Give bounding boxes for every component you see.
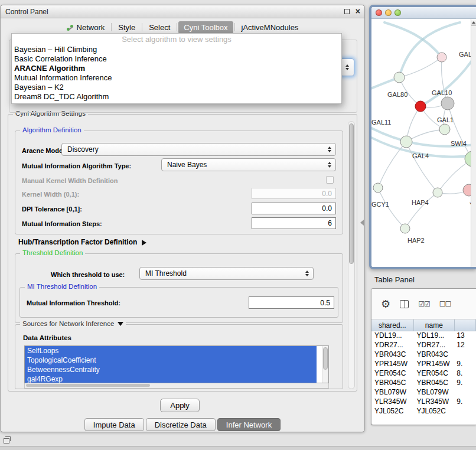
- node-label: HAP2: [407, 237, 425, 244]
- which-threshold-combobox[interactable]: MI Threshold: [139, 267, 314, 280]
- dpi-tolerance-input[interactable]: 0.0: [252, 203, 336, 214]
- bottom-tab-infer-network[interactable]: Infer Network: [217, 418, 281, 431]
- table-row[interactable]: YLR345WYLR345W9.: [371, 397, 476, 407]
- scrollbar-thumb[interactable]: [323, 347, 328, 370]
- scrollbar-thumb[interactable]: [26, 384, 150, 387]
- algorithm-combobox-stepper[interactable]: [340, 58, 354, 76]
- close-icon[interactable]: ×: [356, 6, 360, 17]
- network-node[interactable]: [441, 97, 454, 110]
- network-vertical-scrollbar[interactable]: [471, 19, 476, 267]
- network-node[interactable]: [433, 188, 442, 197]
- network-view-window: GAL7GAL80GAL10GAL11GAL1SWI4GAL4GCY1HAP4Y…: [369, 5, 476, 269]
- tab-jactivemnodules[interactable]: jActiveMNodules: [236, 21, 304, 34]
- attributes-vertical-scrollbar[interactable]: [322, 346, 328, 383]
- column-header[interactable]: [455, 319, 476, 331]
- attributes-horizontal-scrollbar[interactable]: [24, 383, 329, 389]
- table-toolbar: ⚙ ☑☑ ☐☐: [371, 289, 476, 319]
- table-row[interactable]: YBR043CYBR043C: [371, 350, 476, 360]
- which-threshold-label: Which threshold to use:: [51, 271, 125, 278]
- table-body: YDL19...YDL19...13YDR27...YDR27...12YBR0…: [371, 331, 476, 425]
- attribute-item[interactable]: SelfLoops: [25, 346, 317, 356]
- bottom-tab-discretize-data[interactable]: Discretize Data: [146, 418, 216, 431]
- table-row[interactable]: YDR27...YDR27...12: [371, 341, 476, 350]
- table-cell: 9.: [455, 360, 476, 369]
- network-node[interactable]: [394, 72, 405, 83]
- tab-separator: [234, 23, 235, 31]
- table-row[interactable]: YER054CYER054C8.: [371, 369, 476, 379]
- mi-threshold-input[interactable]: 0.5: [249, 296, 334, 309]
- table-cell: 13: [455, 331, 476, 341]
- network-node[interactable]: [400, 136, 412, 148]
- node-label: GAL4: [412, 152, 429, 159]
- algorithm-option[interactable]: Basic Correlation Inference: [12, 54, 341, 64]
- hub-section-toggle[interactable]: Hub/Transcription Factor Definition: [18, 238, 146, 246]
- attribute-item[interactable]: gal4RGexp: [25, 374, 317, 383]
- select-all-checkboxes-icon[interactable]: ☑☑: [418, 301, 430, 308]
- network-canvas[interactable]: GAL7GAL80GAL10GAL11GAL1SWI4GAL4GCY1HAP4Y…: [371, 19, 476, 267]
- tab-network[interactable]: Network: [61, 21, 110, 34]
- column-header[interactable]: shared...: [371, 319, 414, 331]
- algorithm-option[interactable]: Bayesian – K2: [12, 83, 341, 92]
- column-header[interactable]: name: [414, 319, 455, 331]
- node-label: GCY1: [371, 201, 389, 208]
- hub-section-label: Hub/Transcription Factor Definition: [18, 238, 137, 246]
- mi-steps-input[interactable]: 6: [252, 217, 336, 229]
- splitter-collapse-handle[interactable]: [360, 220, 364, 226]
- network-node[interactable]: [415, 101, 426, 112]
- table-row[interactable]: YDL19...YDL19...13: [371, 331, 476, 341]
- table-cell: YER054C: [413, 369, 455, 379]
- network-node[interactable]: [439, 124, 450, 135]
- tab-cyni-toolbox[interactable]: Cyni Toolbox: [178, 21, 233, 34]
- table-row[interactable]: YJL052CYJL052C: [371, 407, 476, 416]
- table-cell: YJL052C: [371, 407, 413, 416]
- network-node[interactable]: [437, 53, 446, 62]
- table-cell: [455, 350, 476, 360]
- network-window-titlebar[interactable]: [371, 7, 476, 19]
- attribute-item[interactable]: BetweennessCentrality: [25, 365, 317, 374]
- restore-window-icon[interactable]: [4, 438, 9, 444]
- table-row[interactable]: YBR045CYBR045C9.: [371, 379, 476, 388]
- network-node[interactable]: [373, 183, 383, 193]
- data-attributes-list[interactable]: SelfLoopsTopologicalCoefficientBetweenne…: [24, 345, 329, 383]
- bottom-tabbar: Impute DataDiscretize DataInfer Network: [1, 418, 364, 431]
- network-node[interactable]: [400, 224, 410, 233]
- table-header: shared...name: [371, 319, 476, 331]
- table-row[interactable]: YBL079WYBL079W: [371, 388, 476, 397]
- mi-algorithm-type-combobox[interactable]: Naive Bayes: [161, 158, 336, 171]
- apply-button[interactable]: Apply: [160, 399, 200, 412]
- table-cell: YPR145W: [371, 360, 413, 369]
- attribute-item[interactable]: TopologicalCoefficient: [25, 356, 317, 365]
- window-title: Control Panel: [5, 8, 48, 16]
- tab-separator: [142, 23, 142, 31]
- scroll-up-icon[interactable]: [471, 19, 476, 26]
- collapse-arrow-icon: [118, 322, 123, 326]
- tab-style[interactable]: Style: [113, 21, 141, 34]
- table-cell: YDR27...: [413, 341, 455, 350]
- sources-section-label: Sources for Network Inference: [22, 320, 114, 327]
- combo-arrows-icon: [328, 146, 331, 152]
- zoom-traffic-light-icon[interactable]: [395, 9, 401, 16]
- sources-section-toggle[interactable]: Sources for Network Inference: [20, 320, 126, 327]
- columns-icon[interactable]: [400, 300, 409, 308]
- settings-scrollbar[interactable]: [348, 121, 355, 389]
- algorithm-option[interactable]: Bayesian – Hill Climbing: [12, 45, 341, 54]
- algorithm-option[interactable]: ARACNE Algorithm: [12, 64, 341, 73]
- scrollbar-thumb[interactable]: [349, 123, 354, 264]
- close-traffic-light-icon[interactable]: [376, 9, 382, 16]
- gear-icon[interactable]: ⚙: [381, 299, 390, 309]
- minimize-traffic-light-icon[interactable]: [385, 9, 392, 16]
- table-cell: 9.: [455, 379, 476, 388]
- node-label: GAL1: [437, 116, 454, 123]
- bottom-tab-impute-data[interactable]: Impute Data: [84, 418, 144, 431]
- table-cell: YDL19...: [413, 331, 455, 341]
- aracne-mode-combobox[interactable]: Discovery: [61, 143, 336, 156]
- table-cell: [455, 407, 476, 416]
- float-window-icon[interactable]: [344, 9, 350, 14]
- table-row[interactable]: YPR145WYPR145W9.: [371, 360, 476, 369]
- clear-checkboxes-icon[interactable]: ☐☐: [439, 301, 451, 308]
- manual-kernel-width-checkbox[interactable]: [326, 176, 334, 184]
- algorithm-option[interactable]: Dream8 DC_TDC Algorithm: [12, 92, 341, 102]
- tab-select[interactable]: Select: [144, 21, 175, 34]
- expand-arrow-icon: [142, 240, 146, 246]
- algorithm-option[interactable]: Mutual Information Inference: [12, 73, 341, 83]
